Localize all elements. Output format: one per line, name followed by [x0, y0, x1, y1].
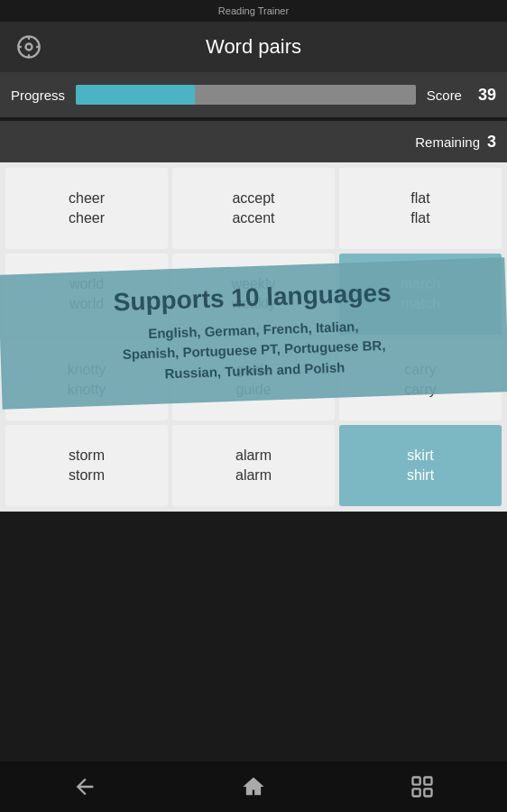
banner-subtitle: English, German, French, Italian,Spanish…	[18, 311, 491, 389]
title-bar: Word pairs	[0, 22, 507, 72]
word-bottom-9: storm	[69, 466, 105, 485]
page-title: Word pairs	[206, 35, 301, 59]
status-bar-text: Reading Trainer	[218, 5, 289, 16]
score-value: 39	[478, 86, 496, 105]
word-top-1: accept	[232, 189, 274, 208]
svg-rect-9	[413, 789, 420, 796]
word-cell-11[interactable]: skirtshirt	[339, 425, 502, 506]
banner-overlay: Supports 10 languages English, German, F…	[0, 257, 507, 410]
word-cell-1[interactable]: acceptaccent	[172, 168, 335, 249]
svg-rect-7	[425, 778, 432, 785]
progress-bar-fill	[76, 85, 195, 105]
status-bar: Reading Trainer	[0, 0, 507, 22]
svg-rect-8	[425, 789, 432, 796]
word-top-2: flat	[410, 189, 429, 208]
compass-icon[interactable]	[14, 32, 43, 61]
word-cell-2[interactable]: flatflat	[339, 168, 502, 249]
progress-label: Progress	[11, 88, 65, 103]
word-bottom-1: accent	[232, 208, 274, 228]
nav-bar	[0, 761, 507, 812]
remaining-value: 3	[487, 133, 496, 152]
progress-row: Progress Score 39	[0, 72, 507, 117]
svg-rect-6	[413, 778, 420, 785]
word-top-0: cheer	[69, 189, 105, 208]
remaining-row: Remaining 3	[0, 121, 507, 162]
svg-point-1	[26, 44, 32, 51]
word-bottom-2: flat	[410, 208, 429, 228]
word-top-11: skirt	[407, 446, 433, 466]
word-bottom-11: shirt	[407, 466, 434, 485]
home-button[interactable]	[223, 765, 284, 808]
progress-bar-container	[76, 85, 416, 105]
back-button[interactable]	[54, 765, 115, 808]
word-bottom-10: alarm	[235, 466, 272, 485]
remaining-label: Remaining	[415, 134, 480, 150]
recent-apps-button[interactable]	[392, 765, 453, 808]
word-cell-10[interactable]: alarmalarm	[172, 425, 335, 506]
word-top-10: alarm	[235, 446, 272, 466]
word-bottom-0: cheer	[69, 208, 105, 228]
score-label: Score	[427, 88, 462, 103]
word-cell-0[interactable]: cheercheer	[5, 168, 168, 249]
word-top-9: storm	[69, 446, 105, 466]
word-cell-9[interactable]: stormstorm	[5, 425, 168, 506]
